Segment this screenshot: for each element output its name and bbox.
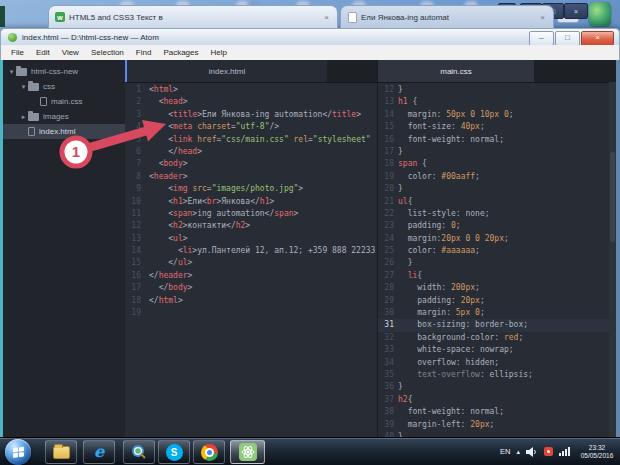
browser-tab-active[interactable]: HTML5 and CSS3 Текст в × <box>48 5 338 28</box>
code-token: >Янкова</ <box>216 197 259 206</box>
network-icon[interactable] <box>559 447 571 456</box>
title-bar[interactable]: index.html — D:\html-css-new — Atom – □ … <box>0 28 620 45</box>
code-line[interactable]: 12 <h2>контакти</h2> <box>125 220 377 232</box>
code-line[interactable]: 32 background-color: red; <box>378 332 616 344</box>
code-line[interactable]: 31 box-sizing: border-box; <box>378 319 616 331</box>
code-line[interactable]: 39 margin-left: 20px; <box>378 419 616 431</box>
browser-close-button[interactable]: × <box>564 3 588 19</box>
code-token: < <box>149 97 163 106</box>
language-indicator[interactable]: EN <box>500 447 510 456</box>
line-number: 1 <box>125 84 141 96</box>
code-line[interactable]: 2 <head> <box>125 96 377 108</box>
menu-packages[interactable]: Packages <box>157 45 204 60</box>
menu-file[interactable]: File <box>5 45 30 60</box>
code-line[interactable]: 17 </body> <box>125 282 377 294</box>
code-line[interactable]: 15 font-size: 40px; <box>378 121 616 133</box>
code-line[interactable]: 37h2{ <box>378 394 616 406</box>
code-line[interactable]: 34 overflow: hidden; <box>378 357 616 369</box>
code-line[interactable]: 20} <box>378 183 616 195</box>
code-token: >Ели< <box>183 197 207 206</box>
taskbar-explorer-button[interactable] <box>45 440 77 464</box>
code-line[interactable]: 9 <img src="images/photo.jpg"> <box>125 183 377 195</box>
scrollbar-thumb[interactable] <box>610 152 615 242</box>
code-line[interactable]: 18span { <box>378 158 616 170</box>
tab-close-icon[interactable]: × <box>322 13 331 22</box>
tree-item-images[interactable]: ▸images <box>3 109 125 124</box>
tab-index-html[interactable]: index.html <box>127 60 327 82</box>
code-line[interactable]: 30 margin: 5px 0; <box>378 307 616 319</box>
menu-help[interactable]: Help <box>205 45 233 60</box>
code-line[interactable]: 23 padding: 0; <box>378 220 616 232</box>
code-line[interactable]: 16 font-weight: normal; <box>378 134 616 146</box>
code-line[interactable]: 1<html> <box>125 84 377 96</box>
code-line[interactable]: 24 margin:20px 0 0 20px; <box>378 233 616 245</box>
minimize-button[interactable]: – <box>529 31 554 46</box>
tree-item-css[interactable]: ▾css <box>3 79 125 94</box>
taskbar-search-button[interactable] <box>123 440 155 464</box>
code-token: { <box>408 97 418 106</box>
code-line[interactable]: 4 <meta charset="utf-8"/> <box>125 121 377 133</box>
desktop-shortcut-icon[interactable] <box>589 2 611 26</box>
code-line[interactable]: 14 <li>ул.Пантелей 12, ап.12; +359 888 2… <box>125 245 377 257</box>
code-line[interactable]: 33 white-space: nowrap; <box>378 344 616 356</box>
menu-edit[interactable]: Edit <box>30 45 56 60</box>
tray-app-icon[interactable] <box>544 447 553 456</box>
code-line[interactable]: 10 <h1>Ели<br>Янкова</h1> <box>125 196 377 208</box>
code-line[interactable]: 3 <title>Ели Янкова-ing automation</titl… <box>125 109 377 121</box>
code-line[interactable]: 7 <body> <box>125 158 377 170</box>
tab-main-css[interactable]: main.css <box>378 60 534 82</box>
code-line[interactable]: 5 <link href="css/main.css" rel="stylesh… <box>125 134 377 146</box>
code-line[interactable]: 6 </head> <box>125 146 377 158</box>
code-text: <meta charset="utf-8"/> <box>141 121 279 133</box>
code-line[interactable]: 15 </ul> <box>125 257 377 269</box>
tree-item-main.css[interactable]: main.css <box>3 94 125 109</box>
hidden-icons-chevron[interactable]: ▴ <box>516 448 520 456</box>
code-editor-css[interactable]: 12}13h1 {14 margin: 50px 0 10px 0;15 fon… <box>378 82 616 437</box>
tab-close-icon[interactable]: × <box>538 13 547 22</box>
code-line[interactable]: 21ul{ <box>378 196 616 208</box>
code-line[interactable]: 18</html> <box>125 295 377 307</box>
code-line[interactable]: 38 font-weight: normal; <box>378 406 616 418</box>
menu-find[interactable]: Find <box>130 45 158 60</box>
taskbar-atom-button[interactable] <box>230 440 265 464</box>
code-line[interactable]: 28 width: 200px; <box>378 282 616 294</box>
code-line[interactable]: 11 <span>ing automation</span> <box>125 208 377 220</box>
menu-selection[interactable]: Selection <box>85 45 130 60</box>
taskbar-skype-button[interactable] <box>158 440 190 464</box>
scrollbar[interactable] <box>609 82 616 437</box>
code-line[interactable]: 35 text-overflow: ellipsis; <box>378 369 616 381</box>
code-editor-html[interactable]: 1<html>2 <head>3 <title>Ели Янкова-ing a… <box>125 82 377 437</box>
taskbar-chrome-button[interactable] <box>193 440 225 464</box>
code-text: <ul> <box>141 233 188 245</box>
line-number: 30 <box>378 307 394 319</box>
tree-item-index.html[interactable]: index.html <box>3 124 125 139</box>
clock[interactable]: 23:32 05/05/2016 <box>577 444 617 460</box>
code-token: < <box>149 184 173 193</box>
start-button[interactable] <box>5 439 31 465</box>
code-line[interactable]: 13 <ul> <box>125 233 377 245</box>
browser-tab-inactive[interactable]: Ели Янкова-ing automat × <box>340 5 554 28</box>
taskbar-ie-button[interactable] <box>83 440 115 464</box>
code-token: </ <box>149 271 159 280</box>
code-line[interactable]: 36} <box>378 381 616 393</box>
speaker-icon[interactable] <box>526 447 538 457</box>
code-line[interactable]: 26 } <box>378 257 616 269</box>
code-line[interactable]: 14 margin: 50px 0 10px 0; <box>378 109 616 121</box>
code-line[interactable]: 19 color: #00aaff; <box>378 171 616 183</box>
code-line[interactable]: 29 padding: 20px; <box>378 295 616 307</box>
code-line[interactable]: 25 color: #aaaaaa; <box>378 245 616 257</box>
tree-item-html-css-new[interactable]: ▾html-css-new <box>3 64 125 79</box>
code-line[interactable]: 16</header> <box>125 270 377 282</box>
close-button[interactable]: × <box>581 31 614 46</box>
code-line[interactable]: 12} <box>378 84 616 96</box>
code-line[interactable]: 22 list-style: none; <box>378 208 616 220</box>
menu-view[interactable]: View <box>56 45 85 60</box>
code-line[interactable]: 17} <box>378 146 616 158</box>
code-line[interactable]: 19 <box>125 307 377 319</box>
code-line[interactable]: 27 li{ <box>378 270 616 282</box>
code-line[interactable]: 8<header> <box>125 171 377 183</box>
code-line[interactable]: 13h1 { <box>378 96 616 108</box>
maximize-button[interactable]: □ <box>555 31 580 46</box>
line-number: 10 <box>125 196 141 208</box>
tree-view: ▾html-css-new▾cssmain.css▸imagesindex.ht… <box>3 60 125 437</box>
